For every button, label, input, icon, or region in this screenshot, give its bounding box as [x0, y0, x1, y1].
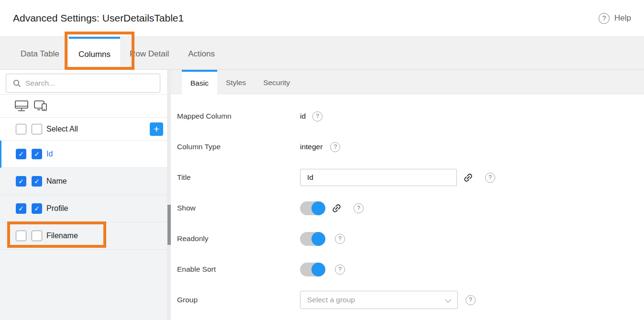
- help-icon[interactable]: ?: [330, 142, 340, 152]
- show-toggle[interactable]: [300, 201, 325, 215]
- group-row: Group Select a group ?: [177, 285, 644, 315]
- readonly-row: Readonly ?: [177, 223, 644, 254]
- help-icon: ?: [599, 13, 610, 24]
- mapped-column-row: Mapped Column id ?: [177, 101, 644, 132]
- select-all-row: Select All +: [0, 118, 171, 141]
- show-checkbox[interactable]: ✓: [16, 176, 26, 187]
- search-icon: [13, 79, 21, 88]
- view-toggle-row: [0, 95, 171, 118]
- enable-sort-toggle[interactable]: [300, 263, 325, 276]
- search-box[interactable]: [6, 74, 160, 93]
- devices-view-icon[interactable]: [33, 99, 49, 112]
- tab-styles[interactable]: Styles: [217, 70, 255, 94]
- page-title: Advanced Settings: UserDetailsTable1: [13, 12, 184, 24]
- group-select-placeholder: Select a group: [307, 296, 355, 304]
- sidebar-scrollbar[interactable]: [167, 70, 171, 320]
- help-icon[interactable]: ?: [466, 295, 476, 305]
- add-column-button[interactable]: +: [150, 122, 163, 136]
- help-icon[interactable]: ?: [312, 111, 322, 121]
- advanced-settings-window: Advanced Settings: UserDetailsTable1 ? H…: [0, 0, 644, 320]
- detail-tabbar: Basic Styles Security: [171, 70, 644, 94]
- select-all-label: Select All: [46, 125, 78, 133]
- tab-basic[interactable]: Basic: [182, 70, 217, 94]
- title-label: Title: [177, 173, 300, 182]
- link-binding-icon[interactable]: [331, 203, 342, 214]
- group-label: Group: [177, 296, 300, 304]
- readonly-label: Readonly: [177, 234, 300, 243]
- detail-checkbox[interactable]: ✓: [32, 149, 42, 159]
- help-icon[interactable]: ?: [335, 265, 345, 275]
- tab-actions[interactable]: Actions: [178, 37, 224, 69]
- column-type-row: Column Type integer ?: [177, 132, 644, 162]
- show-checkbox[interactable]: ✓: [16, 149, 26, 159]
- search-input[interactable]: [25, 79, 135, 88]
- search-row: [0, 70, 171, 95]
- readonly-toggle[interactable]: [300, 232, 325, 246]
- mapped-column-value: id: [300, 112, 306, 121]
- column-row-id[interactable]: ✓ ✓ Id: [0, 141, 171, 168]
- scrollbar-thumb[interactable]: [167, 205, 171, 245]
- column-label: Name: [46, 177, 67, 186]
- tab-data-table[interactable]: Data Table: [11, 37, 69, 69]
- column-label: Profile: [46, 204, 68, 213]
- tab-columns[interactable]: Columns: [69, 37, 120, 70]
- help-label: Help: [614, 13, 631, 23]
- column-type-label: Column Type: [177, 143, 300, 151]
- column-row-profile[interactable]: ✓ ✓ Profile: [0, 195, 171, 222]
- show-checkbox[interactable]: ✓: [16, 203, 26, 214]
- show-label: Show: [177, 204, 300, 212]
- columns-sidebar: Select All + ✓ ✓ Id ✓ ✓ Name ✓ ✓ Profile: [0, 70, 171, 320]
- column-detail-pane: Basic Styles Security Mapped Column id ?…: [171, 70, 644, 320]
- column-label: Id: [46, 150, 53, 158]
- select-all-detail-checkbox[interactable]: [32, 124, 42, 134]
- column-row-name[interactable]: ✓ ✓ Name: [0, 168, 171, 195]
- column-type-value: integer: [300, 143, 322, 151]
- content-area: Select All + ✓ ✓ Id ✓ ✓ Name ✓ ✓ Profile: [0, 70, 644, 320]
- group-select[interactable]: Select a group: [300, 291, 458, 309]
- column-label: Filename: [46, 232, 78, 240]
- help-icon[interactable]: ?: [335, 234, 345, 244]
- select-all-show-checkbox[interactable]: [16, 124, 26, 134]
- help-button[interactable]: ? Help: [599, 13, 631, 24]
- desktop-view-icon[interactable]: [14, 100, 29, 112]
- tab-security[interactable]: Security: [255, 70, 299, 94]
- tab-row-detail[interactable]: Row Detail: [120, 37, 178, 69]
- header: Advanced Settings: UserDetailsTable1 ? H…: [0, 0, 644, 37]
- detail-checkbox[interactable]: ✓: [32, 203, 42, 214]
- sidebar-empty-area: [0, 250, 171, 320]
- enable-sort-row: Enable Sort ?: [177, 254, 644, 285]
- title-input[interactable]: [300, 169, 457, 186]
- show-checkbox[interactable]: [16, 231, 26, 241]
- main-tabbar: Data Table Columns Row Detail Actions: [0, 37, 644, 70]
- help-icon[interactable]: ?: [485, 173, 495, 183]
- basic-settings-form: Mapped Column id ? Column Type integer ?…: [171, 94, 644, 315]
- show-row: Show ?: [177, 193, 644, 223]
- help-icon[interactable]: ?: [354, 203, 364, 213]
- enable-sort-label: Enable Sort: [177, 265, 300, 274]
- mapped-column-label: Mapped Column: [177, 112, 300, 121]
- column-row-filename[interactable]: Filename: [0, 222, 171, 250]
- link-binding-icon[interactable]: [463, 172, 474, 183]
- title-row: Title ?: [177, 162, 644, 193]
- chevron-down-icon: [445, 297, 451, 303]
- detail-checkbox[interactable]: [32, 231, 42, 241]
- detail-checkbox[interactable]: ✓: [32, 176, 42, 187]
